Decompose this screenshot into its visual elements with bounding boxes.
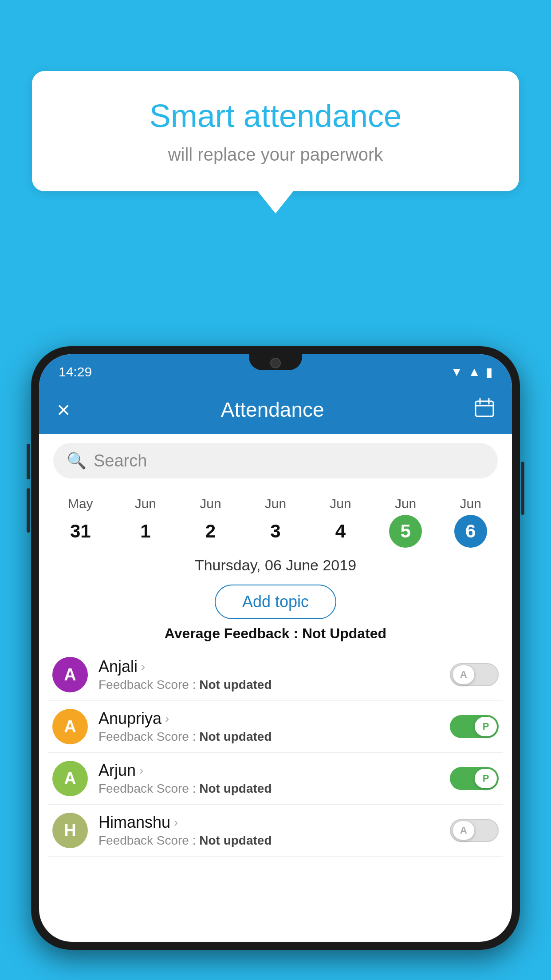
speech-bubble-title: Smart attendance (59, 98, 492, 134)
student-name: Himanshu › (98, 813, 439, 832)
calendar-strip: May31Jun1Jun2Jun3Jun4Jun5Jun6 (39, 487, 512, 548)
svg-rect-0 (476, 401, 493, 416)
student-list: AAnjali ›Feedback Score : Not updatedAAA… (39, 649, 512, 857)
avg-feedback-value: Not Updated (302, 625, 386, 641)
feedback-score: Feedback Score : Not updated (98, 678, 439, 692)
attendance-toggle[interactable]: A (450, 819, 499, 842)
speech-bubble-subtitle: will replace your paperwork (59, 145, 492, 165)
calendar-day[interactable]: Jun4 (324, 496, 357, 548)
phone-camera (270, 358, 281, 368)
student-name: Anupriya › (98, 709, 439, 728)
phone-outer: 14:29 ▼ ▲ ▮ × Attendance (31, 346, 520, 950)
toggle-knob: A (453, 821, 475, 840)
calendar-day[interactable]: Jun1 (129, 496, 162, 548)
signal-icon: ▲ (468, 365, 480, 379)
phone-notch (249, 354, 302, 370)
phone-screen: 14:29 ▼ ▲ ▮ × Attendance (39, 354, 512, 942)
search-icon: 🔍 (67, 451, 87, 470)
chevron-right-icon: › (165, 711, 169, 726)
calendar-date[interactable]: 6 (454, 515, 487, 548)
calendar-day[interactable]: Jun5 (389, 496, 422, 548)
avatar: H (52, 813, 88, 848)
student-info: Himanshu ›Feedback Score : Not updated (98, 813, 439, 848)
toggle-knob: P (475, 769, 497, 788)
calendar-date[interactable]: 4 (324, 515, 357, 548)
calendar-month: Jun (265, 496, 286, 511)
volume-down-button (27, 488, 30, 533)
chevron-right-icon: › (174, 815, 178, 830)
chevron-right-icon: › (139, 763, 143, 778)
calendar-month: Jun (395, 496, 416, 511)
close-button[interactable]: × (57, 396, 70, 423)
calendar-day[interactable]: Jun3 (259, 496, 292, 548)
avatar: A (52, 709, 88, 744)
calendar-month: May (68, 496, 93, 511)
calendar-date[interactable]: 1 (129, 515, 162, 548)
student-item[interactable]: HHimanshu ›Feedback Score : Not updatedA (48, 805, 503, 857)
app-header: × Attendance (39, 385, 512, 434)
speech-bubble-wrapper: Smart attendance will replace your paper… (32, 71, 519, 213)
feedback-score: Feedback Score : Not updated (98, 834, 439, 848)
search-input[interactable]: Search (94, 451, 147, 470)
calendar-month: Jun (460, 496, 481, 511)
calendar-date[interactable]: 2 (194, 515, 227, 548)
phone-wrapper: 14:29 ▼ ▲ ▮ × Attendance (31, 346, 520, 980)
feedback-score: Feedback Score : Not updated (98, 730, 439, 744)
search-bar[interactable]: 🔍 Search (53, 443, 498, 478)
power-button (521, 462, 524, 515)
calendar-day[interactable]: Jun2 (194, 496, 227, 548)
student-info: Anjali ›Feedback Score : Not updated (98, 657, 439, 692)
calendar-month: Jun (200, 496, 221, 511)
avatar: A (52, 657, 88, 692)
toggle-knob: A (453, 665, 475, 684)
student-item[interactable]: AArjun ›Feedback Score : Not updatedP (48, 753, 503, 805)
wifi-icon: ▼ (451, 365, 463, 379)
volume-up-button (27, 444, 30, 479)
attendance-toggle[interactable]: P (450, 767, 499, 790)
status-time: 14:29 (59, 364, 92, 379)
chevron-right-icon: › (141, 660, 145, 674)
calendar-day[interactable]: Jun6 (454, 496, 487, 548)
student-item[interactable]: AAnupriya ›Feedback Score : Not updatedP (48, 701, 503, 753)
calendar-date[interactable]: 31 (64, 515, 97, 548)
student-name: Anjali › (98, 657, 439, 676)
calendar-date[interactable]: 5 (389, 515, 422, 548)
header-title: Attendance (221, 398, 324, 422)
add-topic-button[interactable]: Add topic (215, 585, 336, 619)
speech-bubble: Smart attendance will replace your paper… (32, 71, 519, 191)
avatar: A (52, 761, 88, 796)
avg-feedback: Average Feedback : Not Updated (39, 625, 512, 642)
selected-date-label: Thursday, 06 June 2019 (39, 548, 512, 578)
toggle-knob: P (475, 717, 497, 736)
attendance-toggle[interactable]: P (450, 715, 499, 738)
battery-icon: ▮ (486, 365, 492, 379)
calendar-month: Jun (330, 496, 351, 511)
avg-feedback-label: Average Feedback : (165, 625, 298, 641)
speech-bubble-arrow (258, 191, 293, 213)
attendance-toggle[interactable]: A (450, 663, 499, 686)
student-name: Arjun › (98, 761, 439, 780)
student-info: Anupriya ›Feedback Score : Not updated (98, 709, 439, 744)
calendar-day[interactable]: May31 (64, 496, 97, 548)
student-info: Arjun ›Feedback Score : Not updated (98, 761, 439, 796)
feedback-score: Feedback Score : Not updated (98, 782, 439, 796)
calendar-icon[interactable] (475, 398, 494, 422)
calendar-date[interactable]: 3 (259, 515, 292, 548)
calendar-month: Jun (135, 496, 156, 511)
student-item[interactable]: AAnjali ›Feedback Score : Not updatedA (48, 649, 503, 701)
status-icons: ▼ ▲ ▮ (451, 365, 492, 379)
